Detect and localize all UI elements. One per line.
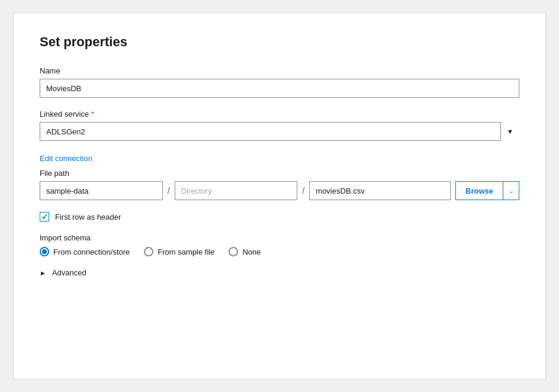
browse-chevron-button[interactable]: ⌄: [503, 181, 519, 200]
browse-button[interactable]: Browse: [455, 181, 503, 200]
browse-button-group: Browse ⌄: [455, 181, 519, 200]
radio-circle-from-sample: [144, 247, 153, 256]
first-row-header-checkbox[interactable]: ✓: [40, 212, 49, 221]
file-path-separator-1: /: [163, 186, 175, 195]
panel-title: Set properties: [40, 34, 519, 50]
radio-label-from-sample: From sample file: [158, 248, 214, 256]
import-schema-label: Import schema: [40, 233, 519, 242]
name-field-group: Name: [40, 66, 519, 98]
required-indicator: *: [91, 110, 94, 118]
set-properties-panel: Set properties Name Linked service * ADL…: [13, 12, 546, 380]
radio-circle-none: [229, 247, 238, 256]
advanced-label: Advanced: [52, 268, 86, 277]
chevron-down-icon: ⌄: [509, 187, 514, 195]
edit-connection-link[interactable]: Edit connection: [40, 154, 92, 163]
file-path-group: File path / / Browse ⌄: [40, 169, 519, 200]
name-input[interactable]: [40, 79, 519, 98]
radio-label-none: None: [242, 248, 261, 256]
radio-circle-from-connection: [40, 247, 49, 256]
advanced-expand-arrow-icon: ►: [40, 269, 46, 277]
file-path-separator-2: /: [297, 186, 309, 195]
linked-service-select-wrapper: ADLSGen2 ▼: [40, 122, 519, 141]
first-row-header-row: ✓ First row as header: [40, 212, 519, 221]
file-path-directory-input[interactable]: [175, 181, 298, 200]
radio-label-from-connection: From connection/store: [53, 248, 130, 256]
name-label: Name: [40, 66, 519, 75]
file-path-row: / / Browse ⌄: [40, 181, 519, 200]
file-path-filename-input[interactable]: [309, 181, 451, 200]
import-schema-radio-group: From connection/store From sample file N…: [40, 247, 519, 256]
import-schema-section: Import schema From connection/store From…: [40, 233, 519, 256]
advanced-row[interactable]: ► Advanced: [40, 268, 519, 277]
radio-from-sample[interactable]: From sample file: [144, 247, 214, 256]
linked-service-field-group: Linked service * ADLSGen2 ▼: [40, 110, 519, 141]
file-path-container-input[interactable]: [40, 181, 163, 200]
radio-from-connection[interactable]: From connection/store: [40, 247, 130, 256]
linked-service-label: Linked service *: [40, 110, 519, 118]
radio-none[interactable]: None: [229, 247, 261, 256]
first-row-header-label: First row as header: [55, 213, 121, 221]
checkmark-icon: ✓: [41, 213, 48, 221]
linked-service-select[interactable]: ADLSGen2: [40, 122, 519, 141]
file-path-label: File path: [40, 169, 519, 178]
radio-inner-from-connection: [42, 249, 47, 254]
